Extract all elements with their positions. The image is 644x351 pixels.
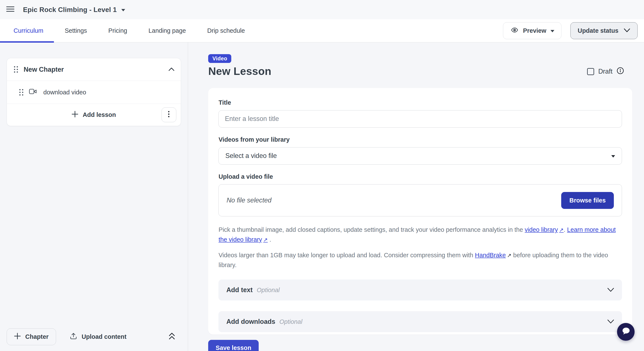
info-icon[interactable] xyxy=(616,67,624,76)
help-text: . xyxy=(564,226,567,233)
no-file-text: No file selected xyxy=(226,196,272,204)
tab-landing-page[interactable]: Landing page xyxy=(138,19,196,42)
caret-down-icon xyxy=(611,155,615,158)
optional-label: Optional xyxy=(280,318,302,325)
browse-files-button[interactable]: Browse files xyxy=(561,192,614,209)
video-file-select[interactable]: Select a video file xyxy=(218,147,622,164)
plus-icon xyxy=(14,333,21,341)
tab-bar: Curriculum Settings Pricing Landing page… xyxy=(0,19,644,42)
app-window: Epic Rock Climbing - Level 1 Curriculum … xyxy=(0,0,644,351)
hamburger-menu-button[interactable] xyxy=(6,6,14,14)
course-switcher[interactable]: Epic Rock Climbing - Level 1 xyxy=(20,5,128,14)
sidebar-footer: Chapter Upload content xyxy=(7,328,176,345)
upload-content-label: Upload content xyxy=(82,333,126,340)
video-library-help-text: Pick a thumbnail image, add closed capti… xyxy=(218,225,622,244)
save-lesson-button[interactable]: Save lesson xyxy=(208,340,259,351)
add-downloads-labels: Add downloads Optional xyxy=(226,318,302,326)
speech-bubble-icon xyxy=(621,326,631,337)
chevron-down-icon xyxy=(607,318,614,326)
chapter-options-button[interactable] xyxy=(162,108,176,122)
file-dropzone[interactable]: No file selected Browse files xyxy=(218,184,622,216)
upload-video-group: Upload a video file No file selected Bro… xyxy=(218,173,622,216)
add-text-label: Add text xyxy=(226,286,253,294)
lesson-heading-block: Video New Lesson xyxy=(208,54,271,77)
external-link-icon: ↗ xyxy=(507,250,512,260)
lesson-editor: Video New Lesson Draft xyxy=(188,42,644,351)
draft-toggle-group: Draft xyxy=(587,67,632,76)
preview-label: Preview xyxy=(523,27,546,34)
tab-settings[interactable]: Settings xyxy=(54,19,98,42)
add-downloads-section[interactable]: Add downloads Optional xyxy=(218,311,622,332)
upload-icon xyxy=(70,332,77,341)
chevron-down-icon xyxy=(624,27,630,34)
tab-drip-schedule[interactable]: Drip schedule xyxy=(196,19,256,42)
lesson-list-item[interactable]: download video xyxy=(7,81,181,104)
header-actions: Preview Update status xyxy=(503,22,637,39)
external-link-icon: ↗ xyxy=(559,227,564,233)
tab-list: Curriculum Settings Pricing Landing page… xyxy=(0,19,256,42)
video-library-label: Videos from your library xyxy=(218,136,622,143)
page-title: New Lesson xyxy=(208,66,271,77)
course-title: Epic Rock Climbing - Level 1 xyxy=(23,6,117,14)
drag-handle-icon[interactable] xyxy=(14,66,18,73)
chevron-up-icon xyxy=(168,66,174,72)
add-chapter-button[interactable]: Chapter xyxy=(7,328,56,345)
tab-pricing[interactable]: Pricing xyxy=(98,19,138,42)
help-text: . xyxy=(268,236,271,243)
video-library-link[interactable]: video library↗ xyxy=(524,226,564,233)
top-bar: Epic Rock Climbing - Level 1 xyxy=(0,0,644,19)
add-downloads-label: Add downloads xyxy=(226,318,275,326)
update-status-button[interactable]: Update status xyxy=(570,22,637,39)
caret-down-icon xyxy=(550,30,554,32)
chapter-title: New Chapter xyxy=(24,66,168,74)
title-field-group: Title xyxy=(218,99,622,128)
preview-button[interactable]: Preview xyxy=(503,22,562,39)
video-file-select-value: Select a video file xyxy=(225,152,277,160)
chapter-header: New Chapter xyxy=(7,58,181,81)
help-text: Videos larger than 1GB may take longer t… xyxy=(218,252,475,258)
chapter-footer: Add lesson xyxy=(7,104,181,126)
chevron-down-icon xyxy=(607,286,614,294)
content-area: New Chapter xyxy=(0,42,644,351)
video-camera-icon xyxy=(29,88,36,96)
collapse-all-button[interactable] xyxy=(168,332,176,341)
update-status-label: Update status xyxy=(578,27,618,34)
chat-widget-button[interactable] xyxy=(617,323,635,341)
draft-label: Draft xyxy=(598,68,612,75)
lesson-header: Video New Lesson Draft xyxy=(208,54,632,77)
lesson-form-card: Title Videos from your library Select a … xyxy=(208,88,632,334)
drag-handle-icon[interactable] xyxy=(19,89,24,96)
external-link-icon: ↗ xyxy=(263,237,268,243)
upload-content-button[interactable]: Upload content xyxy=(67,332,129,342)
upload-video-label: Upload a video file xyxy=(218,173,622,180)
chapter-card: New Chapter xyxy=(7,58,181,126)
lesson-type-badge: Video xyxy=(208,54,231,63)
kebab-menu-icon xyxy=(168,111,170,119)
plus-icon xyxy=(72,111,78,119)
handbrake-link[interactable]: HandBrake xyxy=(475,252,506,258)
add-text-labels: Add text Optional xyxy=(226,286,280,294)
caret-down-icon xyxy=(121,9,125,11)
tab-curriculum[interactable]: Curriculum xyxy=(0,19,54,42)
add-lesson-label: Add lesson xyxy=(83,111,116,118)
lesson-title-input[interactable] xyxy=(218,110,622,128)
hamburger-icon xyxy=(6,6,14,14)
video-size-help-text: Videos larger than 1GB may take longer t… xyxy=(218,250,622,270)
draft-checkbox[interactable] xyxy=(587,68,594,75)
optional-label: Optional xyxy=(257,286,280,294)
collapse-chapter-button[interactable] xyxy=(168,66,174,72)
add-lesson-button[interactable]: Add lesson xyxy=(69,110,118,120)
eye-icon xyxy=(510,26,519,35)
help-text: Pick a thumbnail image, add closed capti… xyxy=(218,226,524,233)
chevrons-up-icon xyxy=(168,332,176,341)
title-label: Title xyxy=(218,99,622,106)
add-chapter-label: Chapter xyxy=(25,333,48,340)
lesson-title: download video xyxy=(44,89,86,96)
curriculum-sidebar: New Chapter xyxy=(0,42,188,351)
video-library-group: Videos from your library Select a video … xyxy=(218,136,622,164)
add-text-section[interactable]: Add text Optional xyxy=(218,280,622,300)
